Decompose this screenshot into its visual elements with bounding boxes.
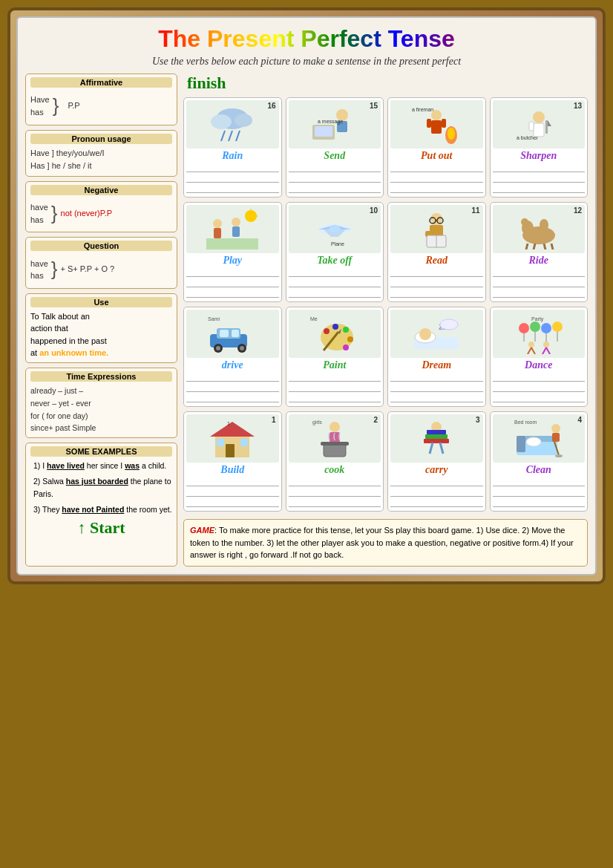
cell-label-paint: Paint <box>323 359 346 371</box>
svg-rect-20 <box>534 123 544 137</box>
unknown-time: an unknown time. <box>39 348 108 357</box>
svg-point-12 <box>431 110 442 120</box>
svg-point-115 <box>526 437 541 446</box>
write-lines-dream <box>390 373 483 404</box>
pronoun-box: Pronoun usage Have ] they/you/we/I Has ]… <box>25 130 177 177</box>
left-panel: Affirmative Have has } P.P <box>25 74 177 567</box>
svg-point-69 <box>347 336 353 342</box>
negative-content: have has } not (never)P.P <box>30 198 172 229</box>
cell-label-takeoff: Take off <box>317 255 352 267</box>
write-lines-sharpen <box>493 163 586 195</box>
svg-rect-7 <box>315 126 332 137</box>
cell-label-dance: Dance <box>525 359 552 371</box>
write-lines-dance <box>493 373 586 404</box>
svg-rect-97 <box>240 439 248 446</box>
cell-ride: 12 <box>490 202 589 302</box>
svg-line-51 <box>534 244 535 249</box>
use-line2: action that <box>30 324 68 333</box>
svg-point-25 <box>213 219 222 228</box>
svg-rect-61 <box>220 330 229 337</box>
use-content: To Talk about an action that happened in… <box>30 310 172 359</box>
cell-img-dream: zzz <box>390 310 483 358</box>
cell-dream: zzz Dream <box>387 307 486 407</box>
cell-img-sharpen: 13 a butcher <box>493 100 586 149</box>
cell-number-ride: 12 <box>574 206 582 215</box>
cell-img-rain: 16 <box>186 100 279 149</box>
cell-label-ride: Ride <box>529 255 548 267</box>
cell-clean: 4 Bed room <box>490 411 589 512</box>
cell-paint: Me <box>286 307 384 407</box>
svg-rect-108 <box>427 430 446 434</box>
svg-point-36 <box>329 226 341 233</box>
svg-rect-24 <box>206 238 258 249</box>
time-line2: never – yet - ever <box>30 397 172 410</box>
has-label: has <box>30 106 50 119</box>
cell-build: 1 1 Build <box>183 411 282 512</box>
cell-label-drive: drive <box>222 359 243 371</box>
svg-point-80 <box>530 322 540 332</box>
svg-point-68 <box>343 327 349 333</box>
svg-rect-106 <box>424 439 449 443</box>
cell-rain: 16 Rain <box>183 97 282 198</box>
svg-line-4 <box>229 131 232 141</box>
svg-point-77 <box>440 319 458 330</box>
write-lines-play <box>186 268 279 299</box>
svg-point-60 <box>240 346 244 350</box>
use-line1: To Talk about an <box>30 312 90 321</box>
write-lines-read <box>390 268 483 299</box>
cell-play: Play <box>183 202 282 302</box>
cell-sharpen: 13 a butcher Sharpen <box>490 97 589 198</box>
svg-point-81 <box>541 323 551 333</box>
q-formula: + S+ P.P + O ? <box>61 263 115 276</box>
svg-point-29 <box>245 210 257 222</box>
cell-number-send: 15 <box>370 102 378 110</box>
svg-point-70 <box>343 345 349 350</box>
svg-rect-95 <box>226 444 235 457</box>
cell-takeoff: 10 Plane Take off <box>286 202 384 302</box>
time-line4: since+ past Simple <box>30 422 172 434</box>
svg-line-3 <box>221 131 225 141</box>
subtitle: Use the verbs below each picture to make… <box>25 56 588 68</box>
svg-point-27 <box>232 218 240 226</box>
have-line: Have ] they/you/we/I <box>30 147 172 160</box>
pronoun-title: Pronoun usage <box>30 134 172 144</box>
grid-row-3: Sami <box>183 307 588 407</box>
write-lines-carry <box>390 477 483 509</box>
svg-text:Sami: Sami <box>208 316 220 322</box>
svg-point-47 <box>540 219 548 231</box>
affirmative-box: Affirmative Have has } P.P <box>25 74 177 125</box>
svg-point-1 <box>211 114 232 129</box>
have-label: Have <box>30 94 50 106</box>
write-lines-cook <box>289 477 381 509</box>
svg-line-109 <box>430 443 433 454</box>
main-layout: Affirmative Have has } P.P <box>25 74 588 567</box>
negative-title: Negative <box>30 185 172 195</box>
time-line1: already – just – <box>30 385 172 397</box>
cell-number-takeoff: 10 <box>370 206 378 215</box>
time-expr-title: Time Expressions <box>30 371 172 382</box>
svg-rect-21 <box>529 122 534 131</box>
cell-dance: Party <box>490 307 589 407</box>
use-title: Use <box>30 297 172 307</box>
cell-label-cook: cook <box>324 464 344 476</box>
grid-row-1: 16 Rain <box>183 97 588 198</box>
svg-rect-114 <box>517 436 525 452</box>
svg-rect-62 <box>232 330 239 337</box>
write-lines-build <box>186 477 279 509</box>
cell-label-putout: Put out <box>421 150 452 162</box>
start-arrow: ↑ Start <box>30 518 172 538</box>
neg-has: has <box>30 214 48 226</box>
svg-marker-93 <box>210 422 255 437</box>
svg-point-116 <box>551 424 560 433</box>
cell-label-build: Build <box>220 464 244 476</box>
cell-img-build: 1 1 <box>186 414 279 463</box>
cell-number-cook: 2 <box>373 416 378 424</box>
svg-rect-22 <box>545 120 548 134</box>
cell-label-play: Play <box>223 255 242 267</box>
svg-point-75 <box>419 328 431 340</box>
svg-line-92 <box>546 347 550 354</box>
time-expr-content: already – just – never – yet - ever for … <box>30 385 172 434</box>
cell-img-drive: Sami <box>186 310 279 358</box>
cell-cook: 2 girls <box>286 411 384 512</box>
time-line3: for ( for one day) <box>30 410 172 422</box>
